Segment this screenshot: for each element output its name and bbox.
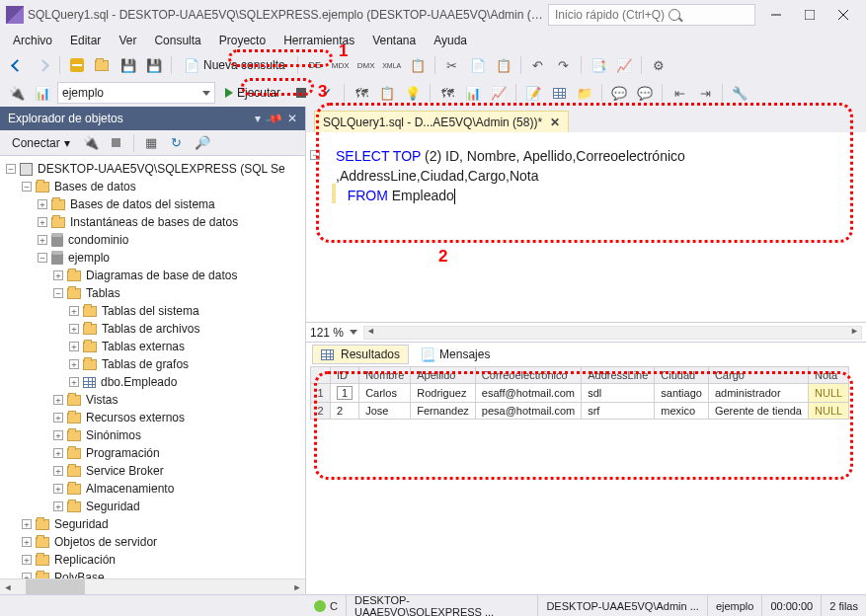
col-rownum[interactable] bbox=[311, 367, 331, 384]
customize-button[interactable]: ⚙ bbox=[648, 54, 669, 76]
parse-button[interactable]: ✓ bbox=[316, 82, 338, 104]
tree-diagrams[interactable]: Diagramas de base de datos bbox=[86, 269, 237, 282]
include-actual-plan-button[interactable]: 🗺 bbox=[436, 82, 458, 104]
tree-db-condominio[interactable]: condominio bbox=[68, 233, 128, 247]
pin-icon[interactable]: 📌 bbox=[265, 109, 284, 128]
template-button[interactable]: 📋 bbox=[407, 54, 429, 76]
comment-button[interactable]: 💬 bbox=[608, 82, 630, 104]
new-query-button[interactable]: 📄 Nueva consulta bbox=[178, 56, 291, 75]
paste-button[interactable]: 📋 bbox=[493, 54, 514, 76]
sql-editor[interactable]: − SELECT TOP (2) ID, Nombre, Apellido,Co… bbox=[306, 132, 866, 322]
menu-consulta[interactable]: Consulta bbox=[145, 32, 209, 49]
expand-icon[interactable]: + bbox=[38, 199, 47, 209]
expand-icon[interactable]: + bbox=[53, 395, 63, 405]
expand-icon[interactable]: + bbox=[69, 324, 79, 334]
table-row[interactable]: 2 2 Jose Fernandez pesa@hotmail.com srf … bbox=[311, 403, 849, 420]
nav-forward-button[interactable] bbox=[32, 54, 53, 76]
tree-server-objects[interactable]: Objetos de servidor bbox=[54, 535, 157, 549]
expand-icon[interactable]: + bbox=[53, 413, 63, 423]
change-connection-button[interactable]: 🔌 bbox=[6, 82, 28, 104]
col-ciudad[interactable]: Ciudad bbox=[655, 367, 709, 384]
properties-button[interactable]: 📑 bbox=[588, 54, 609, 76]
tree-replication[interactable]: Replicación bbox=[54, 553, 116, 567]
menu-herramientas[interactable]: Herramientas bbox=[275, 32, 363, 49]
col-cargo[interactable]: Cargo bbox=[708, 367, 808, 384]
activity-monitor-button[interactable]: 📈 bbox=[613, 54, 635, 76]
expand-icon[interactable]: + bbox=[69, 359, 79, 369]
results-to-text-button[interactable]: 📝 bbox=[522, 82, 544, 104]
menu-ayuda[interactable]: Ayuda bbox=[425, 32, 476, 49]
search-oe-button[interactable]: 🔎 bbox=[192, 132, 213, 154]
undo-button[interactable]: ↶ bbox=[527, 54, 549, 76]
stop-button-oe[interactable] bbox=[106, 132, 127, 154]
expand-icon[interactable]: + bbox=[69, 377, 79, 387]
tree-service-broker[interactable]: Service Broker bbox=[86, 464, 164, 478]
object-explorer-tree[interactable]: −DESKTOP-UAAE5VQ\SQLEXPRESS (SQL Se −Bas… bbox=[0, 156, 305, 578]
disconnect-button[interactable]: 🔌 bbox=[80, 132, 102, 154]
expand-icon[interactable]: + bbox=[38, 235, 47, 245]
tree-views[interactable]: Vistas bbox=[86, 393, 118, 407]
tree-server[interactable]: DESKTOP-UAAE5VQ\SQLEXPRESS (SQL Se bbox=[38, 162, 285, 176]
dmx-query-button[interactable]: DMX bbox=[355, 54, 377, 76]
col-id[interactable]: ID bbox=[331, 367, 359, 384]
maximize-button[interactable] bbox=[793, 3, 827, 27]
collapse-region-icon[interactable]: − bbox=[310, 150, 320, 160]
results-to-file-button[interactable]: 📁 bbox=[574, 82, 595, 104]
copy-button[interactable]: 📄 bbox=[467, 54, 489, 76]
tree-external-tables[interactable]: Tablas externas bbox=[102, 340, 185, 353]
menu-ver[interactable]: Ver bbox=[110, 32, 145, 49]
results-grid[interactable]: ID Nombre Apellido Correoelectrónico Add… bbox=[306, 366, 866, 594]
cell-nota[interactable]: NULL bbox=[809, 384, 849, 403]
expand-icon[interactable]: + bbox=[53, 270, 63, 280]
de-query-button[interactable]: DE bbox=[304, 54, 326, 76]
cell-id[interactable]: 2 bbox=[331, 403, 359, 420]
tree-external-resources[interactable]: Recursos externos bbox=[86, 411, 185, 424]
cell-nota[interactable]: NULL bbox=[809, 403, 849, 420]
cell-correo[interactable]: esaff@hotmail.com bbox=[475, 384, 581, 403]
panel-menu-icon[interactable]: ▾ bbox=[255, 112, 261, 125]
client-stats-button[interactable]: 📈 bbox=[488, 82, 510, 104]
tree-programmability[interactable]: Programación bbox=[86, 446, 160, 460]
table-row[interactable]: 1 1 Carlos Rodriguez esaff@hotmail.com s… bbox=[311, 384, 849, 403]
tree-system-databases[interactable]: Bases de datos del sistema bbox=[70, 197, 215, 211]
expand-icon[interactable]: + bbox=[53, 501, 63, 511]
tree-databases[interactable]: Bases de datos bbox=[54, 180, 136, 193]
col-address[interactable]: AddressLine bbox=[582, 367, 655, 384]
expand-icon[interactable]: + bbox=[69, 342, 79, 351]
query-options-button[interactable]: 📋 bbox=[376, 82, 398, 104]
quick-launch-search[interactable]: Inicio rápido (Ctrl+Q) bbox=[548, 4, 755, 26]
database-selector[interactable]: ejemplo bbox=[57, 82, 215, 104]
menu-ventana[interactable]: Ventana bbox=[363, 32, 425, 49]
menu-editar[interactable]: Editar bbox=[61, 32, 110, 49]
tree-storage[interactable]: Almacenamiento bbox=[86, 482, 174, 496]
open-file-button[interactable] bbox=[92, 54, 114, 76]
cell-address[interactable]: srf bbox=[582, 403, 655, 420]
object-explorer-hscroll[interactable]: ◄► bbox=[0, 578, 305, 594]
decrease-indent-button[interactable]: ⇤ bbox=[669, 82, 690, 104]
col-nombre[interactable]: Nombre bbox=[359, 367, 411, 384]
expand-icon[interactable]: − bbox=[22, 182, 32, 192]
cell-apellido[interactable]: Rodriguez bbox=[411, 384, 476, 403]
minimize-button[interactable] bbox=[759, 3, 793, 27]
expand-icon[interactable]: − bbox=[38, 253, 47, 263]
document-tab-sqlquery1[interactable]: SQLQuery1.sql - D...AE5VQ\Admin (58))* ✕ bbox=[314, 111, 569, 132]
execute-button[interactable]: Ejecutar bbox=[219, 84, 286, 102]
stop-button[interactable] bbox=[290, 82, 312, 104]
cell-address[interactable]: sdl bbox=[582, 384, 655, 403]
expand-icon[interactable]: + bbox=[22, 519, 32, 529]
cell-nombre[interactable]: Jose bbox=[359, 403, 411, 420]
tree-graph-tables[interactable]: Tablas de grafos bbox=[102, 357, 189, 371]
cut-button[interactable]: ✂ bbox=[441, 54, 463, 76]
display-plan-button[interactable]: 🗺 bbox=[351, 82, 372, 104]
cell-ciudad[interactable]: mexico bbox=[655, 403, 709, 420]
col-correo[interactable]: Correoelectrónico bbox=[475, 367, 581, 384]
expand-icon[interactable]: + bbox=[53, 466, 63, 476]
expand-icon[interactable]: + bbox=[22, 537, 32, 547]
expand-icon[interactable]: − bbox=[6, 164, 16, 174]
save-button[interactable]: 💾 bbox=[118, 54, 139, 76]
dropdown-arrow-icon[interactable] bbox=[350, 330, 357, 335]
tree-tables[interactable]: Tablas bbox=[86, 286, 120, 300]
results-to-grid-button[interactable] bbox=[548, 82, 570, 104]
live-stats-button[interactable]: 📊 bbox=[462, 82, 484, 104]
expand-icon[interactable]: + bbox=[69, 306, 79, 316]
